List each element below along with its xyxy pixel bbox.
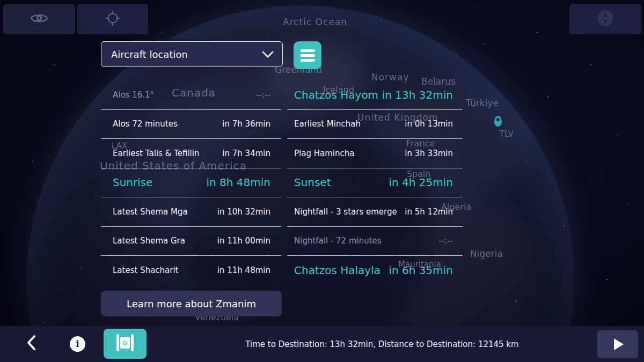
zman-label: Sunrise xyxy=(113,176,153,189)
zman-row-alos-72: Alos 72 minutes in 7h 36min xyxy=(101,110,281,139)
zman-label: Chatzos Hayom xyxy=(294,88,378,101)
menu-button[interactable] xyxy=(294,41,321,69)
zman-value: in 13h 32min xyxy=(382,88,453,101)
zman-row-chatzos-hayom: Chatzos Hayom in 13h 32min xyxy=(287,80,463,110)
eye-icon xyxy=(30,12,48,27)
location-selector[interactable]: Aircraft location xyxy=(101,41,283,67)
zman-label: Nightfall - 3 stars emerge xyxy=(294,207,397,217)
learn-more-label: Learn more about Zmanim xyxy=(127,298,256,309)
zman-row-alos-161: Alos 16.1° --:-- xyxy=(101,80,281,110)
zman-row-nightfall-72: Nightfall - 72 minutes --:-- xyxy=(287,227,463,256)
hamburger-icon xyxy=(301,49,315,62)
zman-label: Plag Hamincha xyxy=(294,149,354,158)
zman-row-sunrise: Sunrise in 8h 48min xyxy=(101,168,281,198)
zman-label: Sunset xyxy=(294,176,331,189)
chevron-left-icon xyxy=(26,335,36,353)
zman-label: Latest Shema Mga xyxy=(113,207,188,217)
zman-row-nightfall-3-stars: Nightfall - 3 stars emerge in 5h 12min xyxy=(287,197,463,227)
compass-button[interactable] xyxy=(569,4,641,34)
zman-label: Alos 72 minutes xyxy=(113,119,178,129)
moving-map-zmanim-screen: Arctic Ocean Greenland Canada Iceland No… xyxy=(0,0,644,362)
visibility-toggle-button[interactable] xyxy=(3,4,75,34)
zman-label: Chatzos Halayla xyxy=(294,264,380,277)
zmanim-list-right: Chatzos Hayom in 13h 32min Earliest Minc… xyxy=(287,80,463,285)
zmanim-list-left: Alos 16.1° --:-- Alos 72 minutes in 7h 3… xyxy=(101,80,281,285)
zman-label: Latest Shacharit xyxy=(113,265,179,275)
play-button[interactable] xyxy=(597,330,638,358)
zman-value: --:-- xyxy=(256,90,270,100)
location-selector-value: Aircraft location xyxy=(111,49,262,60)
zman-label: Latest Shema Gra xyxy=(113,236,185,246)
zman-value: in 4h 25min xyxy=(389,176,453,189)
zman-value: in 11h 48min xyxy=(217,265,270,275)
destination-status-text: Time to Destination: 13h 32min, Distance… xyxy=(245,326,518,362)
zman-value: in 7h 34min xyxy=(222,149,270,158)
back-button[interactable] xyxy=(21,334,41,354)
zman-row-shema-gra: Latest Shema Gra in 11h 00min xyxy=(101,227,281,256)
zman-row-shema-mga: Latest Shema Mga in 10h 32min xyxy=(101,197,281,227)
zman-value: --:-- xyxy=(438,236,453,246)
zman-label: Earliest Minchah xyxy=(294,119,361,129)
compass-icon xyxy=(596,9,614,29)
bottom-bar: i ✡ Time to Destination: 13h 32min, Dist… xyxy=(0,326,644,362)
zman-row-chatzos-halayla: Chatzos Halayla in 6h 35min xyxy=(287,256,463,285)
info-icon: i xyxy=(76,339,79,349)
zman-row-shacharit: Latest Shacharit in 11h 48min xyxy=(101,256,281,285)
zman-row-sunset: Sunset in 4h 25min xyxy=(287,168,463,198)
zman-value: in 0h 13min xyxy=(405,119,453,129)
play-icon xyxy=(614,338,624,350)
zman-row-earliest-minchah: Earliest Minchah in 0h 13min xyxy=(287,110,463,139)
chevron-down-icon xyxy=(262,49,274,60)
center-map-button[interactable] xyxy=(77,4,148,34)
zman-value: in 7h 36min xyxy=(222,119,270,129)
zman-row-talis-tefillin: Earliest Talis & Tefillin in 7h 34min xyxy=(101,139,281,168)
zman-label: Earliest Talis & Tefillin xyxy=(113,149,199,158)
svg-text:✡: ✡ xyxy=(122,338,129,348)
zmanim-feature-button[interactable]: ✡ xyxy=(104,329,147,359)
crosshair-icon xyxy=(105,11,120,28)
zman-row-plag-hamincha: Plag Hamincha in 3h 33min xyxy=(287,139,463,168)
zman-value: in 8h 48min xyxy=(206,176,270,189)
info-button[interactable]: i xyxy=(70,336,85,352)
starfield xyxy=(537,32,538,33)
zman-label: Alos 16.1° xyxy=(113,90,154,100)
destination-map-pin-icon xyxy=(494,116,502,127)
zman-value: in 6h 35min xyxy=(389,264,453,277)
learn-more-zmanim-button[interactable]: Learn more about Zmanim xyxy=(101,291,282,316)
torah-scroll-icon: ✡ xyxy=(114,333,136,354)
zman-label: Nightfall - 72 minutes xyxy=(294,236,382,246)
zman-value: in 3h 33min xyxy=(405,149,453,158)
zman-value: in 11h 00min xyxy=(217,236,270,246)
zman-value: in 10h 32min xyxy=(217,207,270,217)
zman-value: in 5h 12min xyxy=(405,207,453,217)
